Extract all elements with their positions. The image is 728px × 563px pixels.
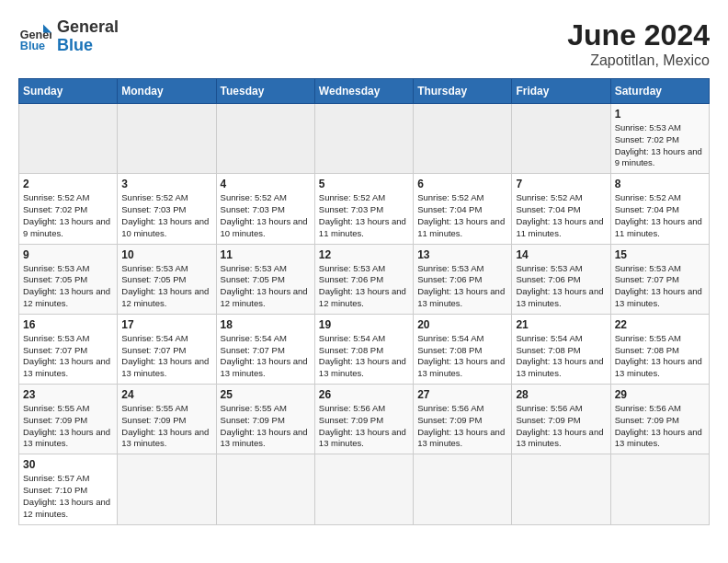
calendar-cell (512, 454, 610, 524)
day-info: Sunrise: 5:52 AM Sunset: 7:04 PM Dayligh… (516, 192, 606, 239)
calendar-cell: 11Sunrise: 5:53 AM Sunset: 7:05 PM Dayli… (216, 244, 314, 314)
day-number: 28 (516, 388, 606, 401)
day-number: 20 (417, 318, 507, 331)
calendar-cell: 14Sunrise: 5:53 AM Sunset: 7:06 PM Dayli… (512, 244, 610, 314)
day-number: 5 (319, 178, 409, 190)
day-info: Sunrise: 5:53 AM Sunset: 7:07 PM Dayligh… (23, 333, 113, 380)
day-number: 26 (319, 388, 409, 401)
day-info: Sunrise: 5:53 AM Sunset: 7:06 PM Dayligh… (319, 263, 409, 310)
day-number: 6 (417, 178, 507, 190)
day-info: Sunrise: 5:52 AM Sunset: 7:02 PM Dayligh… (23, 192, 113, 239)
day-info: Sunrise: 5:54 AM Sunset: 7:08 PM Dayligh… (516, 333, 606, 380)
logo-icon: General Blue (18, 20, 51, 53)
day-number: 15 (615, 248, 705, 261)
day-info: Sunrise: 5:52 AM Sunset: 7:03 PM Dayligh… (221, 192, 311, 239)
calendar-cell (118, 104, 216, 174)
weekday-header-tuesday: Tuesday (216, 79, 314, 104)
day-info: Sunrise: 5:54 AM Sunset: 7:07 PM Dayligh… (121, 333, 211, 380)
day-number: 1 (615, 108, 705, 121)
weekday-header-saturday: Saturday (610, 79, 709, 104)
day-info: Sunrise: 5:53 AM Sunset: 7:06 PM Dayligh… (516, 263, 606, 310)
calendar-cell: 28Sunrise: 5:56 AM Sunset: 7:09 PM Dayli… (512, 385, 610, 454)
calendar-cell: 24Sunrise: 5:55 AM Sunset: 7:09 PM Dayli… (118, 385, 216, 454)
page-title: June 2024 (567, 18, 710, 52)
calendar-cell: 4Sunrise: 5:52 AM Sunset: 7:03 PM Daylig… (216, 174, 314, 244)
day-info: Sunrise: 5:53 AM Sunset: 7:02 PM Dayligh… (615, 122, 705, 169)
calendar-table: SundayMondayTuesdayWednesdayThursdayFrid… (18, 78, 710, 525)
logo: General Blue General Blue (18, 18, 119, 55)
day-number: 22 (615, 318, 705, 331)
day-info: Sunrise: 5:56 AM Sunset: 7:09 PM Dayligh… (417, 403, 507, 450)
calendar-cell: 1Sunrise: 5:53 AM Sunset: 7:02 PM Daylig… (610, 104, 709, 174)
day-number: 16 (23, 318, 113, 331)
calendar-cell: 29Sunrise: 5:56 AM Sunset: 7:09 PM Dayli… (610, 385, 709, 454)
day-info: Sunrise: 5:53 AM Sunset: 7:05 PM Dayligh… (221, 263, 311, 310)
day-number: 17 (121, 318, 211, 331)
calendar-cell: 9Sunrise: 5:53 AM Sunset: 7:05 PM Daylig… (19, 244, 118, 314)
day-number: 25 (221, 388, 311, 401)
day-info: Sunrise: 5:53 AM Sunset: 7:05 PM Dayligh… (23, 263, 113, 310)
page-header: General Blue General Blue June 2024 Zapo… (18, 18, 710, 69)
day-info: Sunrise: 5:55 AM Sunset: 7:08 PM Dayligh… (615, 333, 705, 380)
day-info: Sunrise: 5:57 AM Sunset: 7:10 PM Dayligh… (23, 473, 113, 520)
day-info: Sunrise: 5:52 AM Sunset: 7:03 PM Dayligh… (121, 192, 211, 239)
day-number: 18 (221, 318, 311, 331)
calendar-cell: 25Sunrise: 5:55 AM Sunset: 7:09 PM Dayli… (216, 385, 314, 454)
logo-text-general: General (57, 18, 119, 37)
day-info: Sunrise: 5:55 AM Sunset: 7:09 PM Dayligh… (23, 403, 113, 450)
day-number: 9 (23, 248, 113, 261)
calendar-cell: 2Sunrise: 5:52 AM Sunset: 7:02 PM Daylig… (19, 174, 118, 244)
day-info: Sunrise: 5:54 AM Sunset: 7:08 PM Dayligh… (319, 333, 409, 380)
calendar-cell: 17Sunrise: 5:54 AM Sunset: 7:07 PM Dayli… (118, 314, 216, 384)
calendar-cell: 18Sunrise: 5:54 AM Sunset: 7:07 PM Dayli… (216, 314, 314, 384)
day-number: 21 (516, 318, 606, 331)
weekday-header-sunday: Sunday (19, 79, 118, 104)
calendar-header: SundayMondayTuesdayWednesdayThursdayFrid… (19, 79, 710, 104)
day-info: Sunrise: 5:54 AM Sunset: 7:08 PM Dayligh… (417, 333, 507, 380)
day-info: Sunrise: 5:52 AM Sunset: 7:03 PM Dayligh… (319, 192, 409, 239)
day-number: 11 (221, 248, 311, 261)
day-number: 13 (417, 248, 507, 261)
calendar-cell (19, 104, 118, 174)
day-info: Sunrise: 5:56 AM Sunset: 7:09 PM Dayligh… (319, 403, 409, 450)
calendar-cell: 8Sunrise: 5:52 AM Sunset: 7:04 PM Daylig… (610, 174, 709, 244)
weekday-header-thursday: Thursday (414, 79, 512, 104)
calendar-cell (314, 454, 413, 524)
title-block: June 2024 Zapotitlan, Mexico (567, 18, 710, 69)
day-number: 27 (417, 388, 507, 401)
calendar-cell (118, 454, 216, 524)
day-number: 4 (221, 178, 311, 190)
calendar-cell (512, 104, 610, 174)
calendar-cell: 12Sunrise: 5:53 AM Sunset: 7:06 PM Dayli… (314, 244, 413, 314)
day-number: 7 (516, 178, 606, 190)
calendar-cell: 5Sunrise: 5:52 AM Sunset: 7:03 PM Daylig… (314, 174, 413, 244)
day-info: Sunrise: 5:52 AM Sunset: 7:04 PM Dayligh… (417, 192, 507, 239)
calendar-cell: 23Sunrise: 5:55 AM Sunset: 7:09 PM Dayli… (19, 385, 118, 454)
day-number: 14 (516, 248, 606, 261)
page-subtitle: Zapotitlan, Mexico (567, 52, 710, 69)
calendar-cell (414, 104, 512, 174)
day-info: Sunrise: 5:54 AM Sunset: 7:07 PM Dayligh… (221, 333, 311, 380)
calendar-cell: 27Sunrise: 5:56 AM Sunset: 7:09 PM Dayli… (414, 385, 512, 454)
day-info: Sunrise: 5:53 AM Sunset: 7:06 PM Dayligh… (417, 263, 507, 310)
calendar-cell: 10Sunrise: 5:53 AM Sunset: 7:05 PM Dayli… (118, 244, 216, 314)
day-number: 12 (319, 248, 409, 261)
calendar-cell: 15Sunrise: 5:53 AM Sunset: 7:07 PM Dayli… (610, 244, 709, 314)
day-number: 24 (121, 388, 211, 401)
weekday-header-wednesday: Wednesday (314, 79, 413, 104)
day-info: Sunrise: 5:52 AM Sunset: 7:04 PM Dayligh… (615, 192, 705, 239)
day-number: 3 (121, 178, 211, 190)
day-info: Sunrise: 5:53 AM Sunset: 7:05 PM Dayligh… (121, 263, 211, 310)
day-info: Sunrise: 5:55 AM Sunset: 7:09 PM Dayligh… (221, 403, 311, 450)
day-number: 10 (121, 248, 211, 261)
weekday-header-friday: Friday (512, 79, 610, 104)
calendar-cell: 22Sunrise: 5:55 AM Sunset: 7:08 PM Dayli… (610, 314, 709, 384)
calendar-body: 1Sunrise: 5:53 AM Sunset: 7:02 PM Daylig… (19, 104, 710, 525)
calendar-cell: 7Sunrise: 5:52 AM Sunset: 7:04 PM Daylig… (512, 174, 610, 244)
day-info: Sunrise: 5:53 AM Sunset: 7:07 PM Dayligh… (615, 263, 705, 310)
svg-text:Blue: Blue (20, 40, 45, 52)
calendar-cell: 21Sunrise: 5:54 AM Sunset: 7:08 PM Dayli… (512, 314, 610, 384)
calendar-cell: 16Sunrise: 5:53 AM Sunset: 7:07 PM Dayli… (19, 314, 118, 384)
calendar-cell: 19Sunrise: 5:54 AM Sunset: 7:08 PM Dayli… (314, 314, 413, 384)
day-number: 23 (23, 388, 113, 401)
